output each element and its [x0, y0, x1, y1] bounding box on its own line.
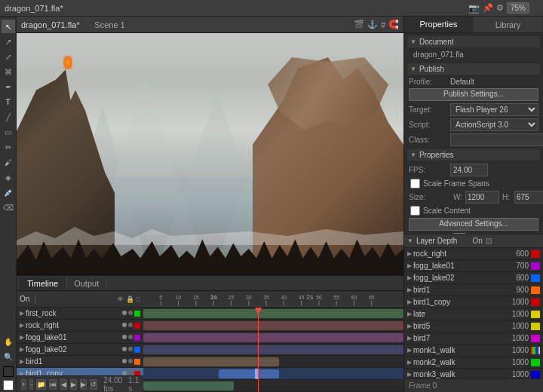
lock-dot[interactable]	[128, 347, 133, 351]
tab-library[interactable]: Library	[474, 17, 543, 32]
section-document[interactable]: ▼ Document	[407, 36, 540, 47]
frame-row-bird1-copy[interactable]	[143, 368, 403, 380]
frame-row-first-rock[interactable]	[143, 308, 403, 320]
fill-color[interactable]	[3, 380, 14, 390]
camera-icon[interactable]: 🎬	[354, 20, 364, 29]
play-btn[interactable]: ▶	[70, 379, 77, 390]
stroke-color[interactable]	[3, 366, 14, 377]
ld-row-fogg-lake01[interactable]: ▶ fogg_lake01 700	[404, 260, 543, 272]
rect-tool[interactable]: ▭	[2, 125, 15, 139]
lock-dot[interactable]	[128, 323, 133, 327]
eye-dot[interactable]	[122, 359, 127, 363]
delete-layer-btn[interactable]: -	[29, 379, 33, 390]
section-publish[interactable]: ▼ Publish	[407, 63, 540, 75]
zoom-tool[interactable]: 🔍	[2, 350, 15, 363]
ld-row-monk1[interactable]: ▶ monk1_walk 1000	[404, 345, 543, 357]
magnet-icon[interactable]: 🧲	[388, 20, 399, 29]
ld-row-late[interactable]: ▶ late 1000	[404, 308, 543, 320]
camera-icon[interactable]: 📷	[468, 3, 480, 14]
ld-toggle-btn[interactable]	[486, 238, 492, 244]
hand-tool[interactable]: ✋	[2, 335, 15, 348]
pin-icon[interactable]: 📌	[483, 3, 493, 13]
class-field[interactable]	[450, 133, 543, 146]
color-dot[interactable]	[134, 323, 140, 329]
lock-dot[interactable]	[128, 311, 133, 315]
hide-all-icon[interactable]: 👁	[117, 296, 124, 303]
color-dot[interactable]	[134, 311, 140, 317]
target-select[interactable]: Flash Player 26	[450, 103, 538, 116]
grid-icon[interactable]: #	[381, 20, 385, 29]
stage-canvas[interactable]	[17, 33, 403, 275]
eye-dot[interactable]	[122, 335, 127, 339]
layer-fogg-lake02[interactable]: ▶ fogg_lake02	[17, 344, 143, 356]
layer-fogg-lake01[interactable]: ▶ fogg_lake01	[17, 332, 143, 344]
eye-dot[interactable]	[122, 371, 127, 375]
publish-settings-btn[interactable]: Publish Settings...	[409, 88, 538, 101]
timeline-frames[interactable]: 1s 2s 5 10 15 20	[143, 291, 403, 392]
tab-output[interactable]: Output	[66, 277, 107, 289]
lock-dot[interactable]	[128, 359, 133, 363]
frame-row-rock-right[interactable]	[143, 320, 403, 332]
eye-dot[interactable]	[122, 323, 127, 327]
document-filename-row: dragon_071.fla	[407, 51, 540, 59]
layer-first-rock[interactable]: ▶ first_rock	[17, 308, 143, 320]
layer-rock-right[interactable]: ▶ rock_right	[17, 320, 143, 332]
timeline-area: Timeline Output On | 👁 🔒 □	[17, 275, 403, 392]
eraser-tool[interactable]: ⌫	[2, 201, 15, 214]
ld-row-bird1-copy[interactable]: ▶ bird1_copy 1000	[404, 296, 543, 308]
ld-row-bird5[interactable]: ▶ bird5 1000	[404, 320, 543, 332]
outline-all-icon[interactable]: □	[137, 296, 140, 303]
lock-dot[interactable]	[128, 371, 133, 375]
section-properties[interactable]: ▼ Properties	[407, 149, 540, 161]
settings-icon[interactable]: ⚙	[496, 3, 504, 13]
transform-tool[interactable]: ⤢	[2, 50, 15, 63]
step-fwd-btn[interactable]: ▶	[80, 379, 87, 390]
add-folder-btn[interactable]: 📁	[36, 379, 46, 390]
width-field[interactable]	[465, 191, 499, 204]
subselect-tool[interactable]: ↗	[2, 35, 15, 48]
tab-properties[interactable]: Properties	[404, 17, 474, 32]
ld-row-bird7[interactable]: ▶ bird7 1000	[404, 332, 543, 345]
lasso-tool[interactable]: ⌘	[2, 65, 15, 78]
fps-field[interactable]	[450, 164, 488, 176]
frame-row-bird1[interactable]	[143, 356, 403, 368]
zoom-select[interactable]: 75%	[507, 2, 529, 14]
color-dot[interactable]	[134, 359, 140, 365]
height-field[interactable]	[514, 191, 543, 204]
eye-dot[interactable]	[122, 347, 127, 351]
pencil-tool[interactable]: ✏	[2, 140, 15, 154]
ld-row-bird1[interactable]: ▶ bird1 900	[404, 284, 543, 296]
brush-tool[interactable]: 🖌	[2, 155, 15, 169]
script-select[interactable]: ActionScript 3.0	[450, 118, 538, 131]
ld-row-fogg-lake02[interactable]: ▶ fogg_lake02 800	[404, 272, 543, 284]
fill-tool[interactable]: ◈	[2, 170, 15, 184]
frame-row-fogg-lake02[interactable]	[143, 344, 403, 356]
ld-row-monk3[interactable]: ▶ monk3_walk 1000	[404, 369, 543, 378]
line-tool[interactable]: ╱	[2, 110, 15, 124]
color-dot[interactable]	[134, 347, 140, 353]
eyedrop-tool[interactable]: 💉	[2, 185, 15, 199]
ld-row-rock-right[interactable]: ▶ rock_right 600	[404, 248, 543, 260]
scale-content-cb[interactable]	[410, 206, 420, 216]
scale-frames-cb[interactable]	[410, 179, 420, 188]
eye-dot[interactable]	[122, 311, 127, 315]
frame-row-bird2[interactable]	[143, 380, 403, 392]
step-back-btn[interactable]: ◀	[60, 379, 67, 390]
loop-btn[interactable]: ↺	[90, 379, 97, 390]
lock-all-icon[interactable]: 🔒	[126, 296, 134, 303]
anchor-icon[interactable]: ⚓	[367, 20, 378, 29]
layer-bird1[interactable]: ▶ bird1	[17, 356, 143, 368]
tab-timeline[interactable]: Timeline	[20, 277, 66, 289]
ld-row-monk2[interactable]: ▶ monk2_walk 1000	[404, 357, 543, 369]
pen-tool[interactable]: ✒	[2, 80, 15, 93]
lock-dot[interactable]	[128, 335, 133, 339]
select-tool[interactable]: ↖	[2, 20, 15, 33]
rewind-btn[interactable]: ⏮	[49, 379, 57, 390]
advanced-settings-btn[interactable]: Advanced Settings...	[409, 218, 538, 231]
ld-title: Layer Depth	[416, 237, 457, 245]
new-layer-btn[interactable]: +	[21, 379, 26, 390]
text-tool[interactable]: T	[2, 95, 15, 109]
color-dot[interactable]	[134, 335, 140, 341]
frame-row-fogg-lake01[interactable]	[143, 332, 403, 344]
layer-bird1-copy[interactable]: ▶ bird1_copy	[17, 368, 143, 375]
